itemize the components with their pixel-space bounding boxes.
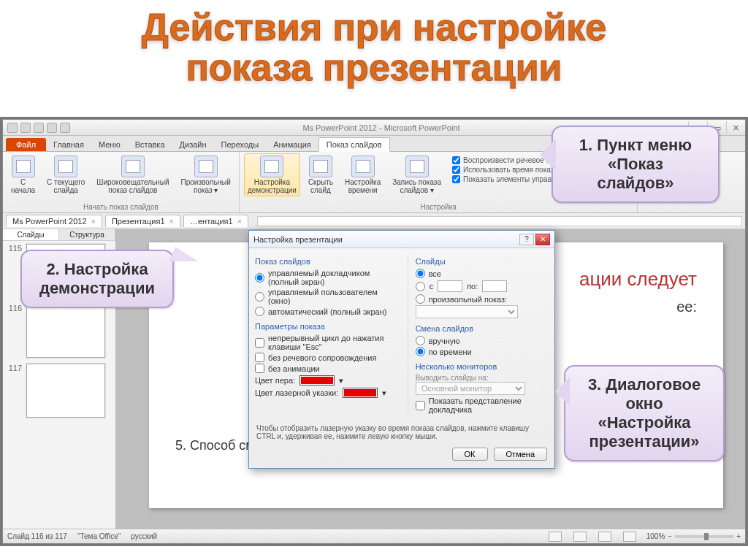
radio-presenter[interactable]: управляемый докладчиком (полный экран) bbox=[255, 269, 402, 286]
btn-record[interactable]: Запись показа слайдов ▾ bbox=[389, 153, 445, 196]
zoom-value: 100% bbox=[646, 532, 665, 540]
tab-transitions[interactable]: Переходы bbox=[214, 138, 267, 151]
group-options: Параметры показа bbox=[255, 322, 402, 331]
group-slides: Слайды bbox=[416, 257, 549, 266]
hide-slide-icon bbox=[309, 156, 332, 177]
chevron-down-icon[interactable]: ▾ bbox=[339, 376, 343, 386]
play-icon bbox=[12, 156, 35, 177]
from-field[interactable] bbox=[438, 280, 462, 292]
chk-presenter-view[interactable]: Показать представление докладчика bbox=[416, 396, 549, 414]
pen-color-picker[interactable] bbox=[299, 375, 335, 386]
btn-rehearse[interactable]: Настройка времени bbox=[341, 153, 384, 196]
radio-all-slides[interactable]: все bbox=[416, 269, 549, 278]
play-current-icon bbox=[54, 156, 77, 177]
group-show-type: Показ слайдов bbox=[255, 257, 402, 266]
chk-loop[interactable]: непрерывный цикл до нажатия клавиши "Esc… bbox=[255, 334, 402, 351]
slide-counter: Слайд 116 из 117 bbox=[7, 532, 67, 540]
radio-timings[interactable]: по времени bbox=[416, 347, 549, 356]
theme-name: "Тема Office" bbox=[77, 532, 121, 540]
tab-insert[interactable]: Вставка bbox=[128, 138, 172, 151]
close-icon[interactable]: × bbox=[237, 217, 242, 226]
custom-show-select[interactable] bbox=[416, 305, 518, 318]
close-button[interactable]: ✕ bbox=[726, 121, 745, 134]
btn-custom-show[interactable]: Произвольный показ ▾ bbox=[178, 153, 234, 196]
radio-browsed[interactable]: управляемый пользователем (окно) bbox=[255, 288, 402, 305]
chk-no-animation[interactable]: без анимации bbox=[255, 364, 402, 373]
doc-tab[interactable]: …ентация1× bbox=[183, 215, 248, 227]
qat-icon[interactable] bbox=[47, 123, 57, 133]
setup-icon bbox=[260, 156, 283, 177]
zoom-out-button[interactable]: − bbox=[668, 532, 672, 540]
tab-design[interactable]: Дизайн bbox=[172, 138, 214, 151]
group-start: Начать показ слайдов bbox=[7, 202, 234, 212]
qat-icon[interactable] bbox=[60, 123, 70, 133]
tab-menu[interactable]: Меню bbox=[91, 138, 128, 151]
callout-2: 2. Настройка демонстрации bbox=[20, 250, 174, 308]
quick-access-toolbar[interactable] bbox=[3, 123, 75, 133]
monitor-label: Выводить слайды на: bbox=[416, 374, 549, 382]
radio-from[interactable] bbox=[416, 282, 425, 291]
side-tab-outline[interactable]: Структура bbox=[59, 229, 115, 240]
cancel-button[interactable]: Отмена bbox=[494, 448, 547, 461]
zoom-in-button[interactable]: + bbox=[736, 532, 741, 540]
monitor-select[interactable]: Основной монитор bbox=[416, 382, 525, 395]
slide-number: 116 bbox=[6, 304, 22, 358]
slide-number: 117 bbox=[6, 364, 22, 418]
chk-no-narration[interactable]: без речевого сопровождения bbox=[255, 353, 402, 362]
help-button[interactable]: ? bbox=[519, 234, 534, 245]
tab-home[interactable]: Главная bbox=[46, 138, 91, 151]
btn-hide-slide[interactable]: Скрыть слайд bbox=[305, 153, 337, 196]
doc-tab[interactable]: Ms PowerPoint 2012× bbox=[6, 215, 102, 227]
dialog-title: Настройка презентации bbox=[253, 235, 518, 244]
language: русский bbox=[131, 532, 157, 540]
btn-setup-show[interactable]: Настройка демонстрации bbox=[244, 153, 300, 196]
close-icon[interactable]: × bbox=[91, 217, 96, 226]
slide-number: 115 bbox=[6, 244, 22, 298]
view-slideshow-button[interactable] bbox=[623, 532, 636, 542]
laser-color-picker[interactable] bbox=[343, 388, 378, 398]
qat-icon[interactable] bbox=[34, 123, 44, 133]
btn-broadcast[interactable]: Широковещательный показ слайдов bbox=[93, 153, 172, 196]
page-title: Действия при настройке показа презентаци… bbox=[0, 0, 748, 87]
slide-thumbnail[interactable] bbox=[26, 304, 105, 358]
chevron-down-icon[interactable]: ▾ bbox=[382, 388, 386, 398]
zoom-slider[interactable] bbox=[675, 535, 733, 538]
qat-icon[interactable] bbox=[7, 123, 18, 133]
tab-slideshow[interactable]: Показ слайдов bbox=[318, 137, 390, 152]
to-field[interactable] bbox=[482, 280, 507, 292]
clock-icon bbox=[351, 156, 375, 177]
group-monitors: Несколько мониторов bbox=[416, 362, 549, 371]
radio-kiosk[interactable]: автоматический (полный экран) bbox=[255, 307, 402, 316]
callout-3: 3. Диалоговое окно «Настройка презентаци… bbox=[564, 365, 725, 461]
side-tab-slides[interactable]: Слайды bbox=[3, 229, 59, 240]
tab-animation[interactable]: Анимация bbox=[266, 138, 318, 151]
document-tab-bar: Ms PowerPoint 2012× Презентация1× …ентац… bbox=[3, 213, 745, 229]
view-normal-button[interactable] bbox=[549, 532, 562, 542]
slide-thumbnail[interactable] bbox=[26, 364, 105, 418]
broadcast-icon bbox=[121, 156, 145, 177]
doc-tab[interactable]: Презентация1× bbox=[105, 215, 180, 227]
setup-show-dialog: Настройка презентации ? ✕ Показ слайдов … bbox=[248, 230, 555, 469]
close-icon[interactable]: × bbox=[169, 217, 174, 226]
view-reading-button[interactable] bbox=[598, 532, 611, 542]
ok-button[interactable]: ОК bbox=[452, 448, 488, 461]
btn-from-beginning[interactable]: С начала bbox=[7, 153, 39, 196]
tab-file[interactable]: Файл bbox=[6, 138, 46, 151]
dialog-hint: Чтобы отобразить лазерную указку во врем… bbox=[249, 421, 554, 443]
custom-show-icon bbox=[194, 156, 218, 177]
radio-custom-show[interactable]: произвольный показ: bbox=[416, 294, 549, 304]
status-bar: Слайд 116 из 117 "Тема Office" русский 1… bbox=[3, 529, 745, 543]
qat-icon[interactable] bbox=[20, 123, 31, 133]
callout-1: 1. Пункт меню «Показ слайдов» bbox=[552, 126, 720, 203]
group-setup: Настройка bbox=[244, 202, 633, 212]
title-line2: показа презентации bbox=[0, 47, 748, 88]
view-sorter-button[interactable] bbox=[573, 532, 587, 542]
btn-from-current[interactable]: С текущего слайда bbox=[43, 153, 88, 196]
title-line1: Действия при настройке bbox=[0, 7, 748, 47]
record-icon bbox=[405, 156, 429, 177]
horizontal-ruler bbox=[257, 216, 742, 226]
pen-color-label: Цвет пера: bbox=[255, 376, 295, 385]
dialog-titlebar: Настройка презентации ? ✕ bbox=[249, 231, 554, 248]
radio-manual[interactable]: вручную bbox=[416, 336, 549, 345]
close-button[interactable]: ✕ bbox=[535, 234, 550, 245]
